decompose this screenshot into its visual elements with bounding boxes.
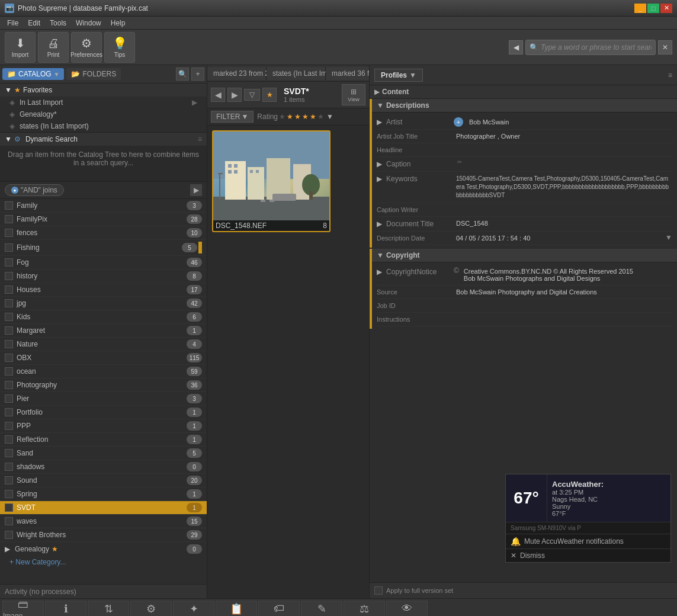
catalog-item-reflection[interactable]: Reflection 1 [0, 433, 207, 447]
catalog-item-shadows[interactable]: shadows 0 [0, 460, 207, 474]
catalog-item-history[interactable]: history 8 [0, 270, 207, 283]
menu-help[interactable]: Help [106, 18, 130, 28]
catalog-item-sound[interactable]: Sound 20 [0, 474, 207, 487]
share-button[interactable]: ⇅ Share [88, 601, 129, 617]
catalog-item-checkbox[interactable] [5, 449, 13, 457]
catalog-item-pier[interactable]: Pier 3 [0, 392, 207, 406]
menu-tools[interactable]: Tools [45, 18, 71, 28]
funnel-button[interactable]: ▽ [244, 89, 260, 101]
catalog-item-ocean[interactable]: ocean 59 [0, 365, 207, 378]
catalog-item-photography[interactable]: Photography 36 [0, 378, 207, 392]
close-button[interactable]: ✕ [660, 4, 672, 13]
tab-marked-23[interactable]: marked 23 from 23 ✕ [207, 67, 267, 80]
document-title-expand-arrow[interactable]: ▶ [377, 220, 382, 228]
maximize-button[interactable]: □ [647, 4, 659, 13]
catalog-item-family[interactable]: Family 3 [0, 199, 207, 213]
catalog-item-wright-brothers[interactable]: Wright Brothers 29 [0, 528, 207, 542]
catalog-item-checkbox[interactable] [5, 340, 13, 348]
catalog-item-checkbox[interactable] [5, 517, 13, 525]
star-favorite-button[interactable]: ★ [262, 88, 277, 102]
catalog-search-button[interactable]: 🔍 [176, 68, 189, 81]
menu-window[interactable]: Window [71, 18, 106, 28]
caption-expand-arrow[interactable]: ▶ [377, 160, 382, 168]
catalog-item-kids[interactable]: Kids 6 [0, 310, 207, 324]
artist-add-button[interactable]: + [454, 117, 463, 127]
geo-tag-button[interactable]: 🏷 GEO Tag [258, 601, 300, 617]
catalog-item-checkbox[interactable] [5, 503, 13, 512]
catalog-item-fog[interactable]: Fog 46 [0, 256, 207, 270]
minimize-button[interactable]: _ [634, 4, 646, 13]
adjust-button[interactable]: ⚖ Adjust [344, 601, 385, 617]
and-joins-play-button[interactable]: ▶ [190, 184, 202, 196]
catalog-item-checkbox[interactable] [5, 476, 13, 485]
back-button[interactable]: ◀ [211, 88, 225, 102]
catalog-item-checkbox[interactable] [5, 367, 13, 376]
catalog-item-checkbox[interactable] [5, 531, 13, 539]
nav-back-button[interactable]: ◀ [509, 40, 523, 54]
catalog-item-checkbox[interactable] [5, 258, 13, 267]
new-category-button[interactable]: + New Category... [0, 556, 207, 568]
catalog-list[interactable]: Family 3 FamilyPix 28 fences 10 Fishing … [0, 199, 207, 584]
catalog-item-fences[interactable]: fences 10 [0, 226, 207, 240]
filter-dropdown[interactable]: FILTER ▼ [211, 111, 254, 123]
catalog-item-obx[interactable]: OBX 115 [0, 351, 207, 365]
catalog-item-checkbox[interactable] [5, 243, 13, 252]
catalog-item-nature[interactable]: Nature 4 [0, 338, 207, 351]
rating-stars[interactable]: Rating ★ ★ ★ ★ ★ ★ ▼ [257, 113, 333, 121]
preview-button[interactable]: 👁 Preview [386, 601, 428, 617]
catalog-item-checkbox[interactable] [5, 285, 13, 294]
details-button[interactable]: 📋 Details [216, 601, 257, 617]
catalog-item-checkbox[interactable] [5, 408, 13, 416]
apply-checkbox[interactable] [374, 586, 383, 595]
copyright-expand-arrow[interactable]: ▶ [377, 268, 382, 276]
light-table-button[interactable]: ✦ Light Table [173, 601, 214, 617]
favorites-item-genealogy[interactable]: ◈ Genealogy* [0, 108, 207, 120]
catalog-item-portfolio[interactable]: Portfolio 1 [0, 406, 207, 419]
mute-accu-button[interactable]: Mute AccuWeather notifications [524, 537, 624, 546]
print-button[interactable]: 🖨 Print [38, 32, 69, 63]
catalog-item-checkbox[interactable] [5, 394, 13, 403]
and-joins-label[interactable]: ● "AND" joins [5, 184, 64, 196]
catalog-item-checkbox[interactable] [5, 313, 13, 321]
catalog-item-ppp[interactable]: PPP 1 [0, 419, 207, 433]
catalog-item-checkbox[interactable] [5, 326, 13, 335]
folders-tab[interactable]: 📂 FOLDERS [66, 68, 121, 80]
catalog-item-checkbox[interactable] [5, 381, 13, 389]
favorites-item-states[interactable]: ◈ states (In Last Import) [0, 120, 207, 132]
artist-expand-arrow[interactable]: ▶ [377, 118, 382, 126]
catalog-item-checkbox[interactable] [5, 201, 13, 210]
catalog-item-checkbox[interactable] [5, 463, 13, 471]
catalog-item-checkbox[interactable] [5, 422, 13, 430]
descriptions-section-header[interactable]: ▼ Descriptions [372, 99, 677, 113]
dynamic-search-header[interactable]: ▼ ⚙ Dynamic Search ≡ [0, 133, 207, 146]
forward-button[interactable]: ▶ [227, 88, 242, 102]
rating-dropdown-arrow[interactable]: ▼ [326, 113, 333, 121]
tab-states[interactable]: states (In Last Imp... ✕ [267, 67, 326, 80]
import-button[interactable]: ⬇ Import [5, 32, 36, 63]
view-button[interactable]: ⊞ View [342, 84, 365, 105]
catalog-item-checkbox[interactable] [5, 354, 13, 362]
nav-clear-button[interactable]: ✕ [658, 40, 672, 54]
menu-file[interactable]: File [2, 18, 23, 28]
assign-button[interactable]: ✎ Assign [301, 601, 342, 617]
catalog-item-checkbox[interactable] [5, 272, 13, 280]
preferences-button[interactable]: ⚙ Preferences [71, 32, 102, 63]
profiles-dropdown[interactable]: Profiles ▼ [374, 69, 423, 82]
dynamic-search-menu[interactable]: ≡ [198, 135, 202, 143]
genealogy-section[interactable]: ▶ Genealogy ★ 0 [0, 542, 207, 556]
catalog-tab[interactable]: 📁 CATALOG ▼ [2, 68, 64, 80]
catalog-item-waves[interactable]: waves 15 [0, 515, 207, 528]
info-button[interactable]: ℹ Info [45, 601, 86, 617]
tab-marked-36[interactable]: marked 36 from 36 ✕ [326, 67, 369, 80]
menu-edit[interactable]: Edit [23, 18, 45, 28]
catalog-item-houses[interactable]: Houses 17 [0, 283, 207, 297]
image-thumbnail[interactable]: DSC_1548.NEF 8 [212, 130, 331, 232]
catalog-item-checkbox[interactable] [5, 229, 13, 237]
caption-edit-icon[interactable]: ✏ [457, 159, 462, 165]
catalog-item-spring[interactable]: Spring 1 [0, 487, 207, 501]
catalog-item-jpg[interactable]: jpg 42 [0, 297, 207, 310]
content-section-header[interactable]: ▶ Content [370, 85, 677, 99]
image-basket-button[interactable]: 🗃 Image Basket [2, 601, 44, 617]
copyright-section-header[interactable]: ▼ Copyright [372, 249, 677, 262]
favorites-item-last-import[interactable]: ◈ In Last Import ▶ [0, 97, 207, 108]
